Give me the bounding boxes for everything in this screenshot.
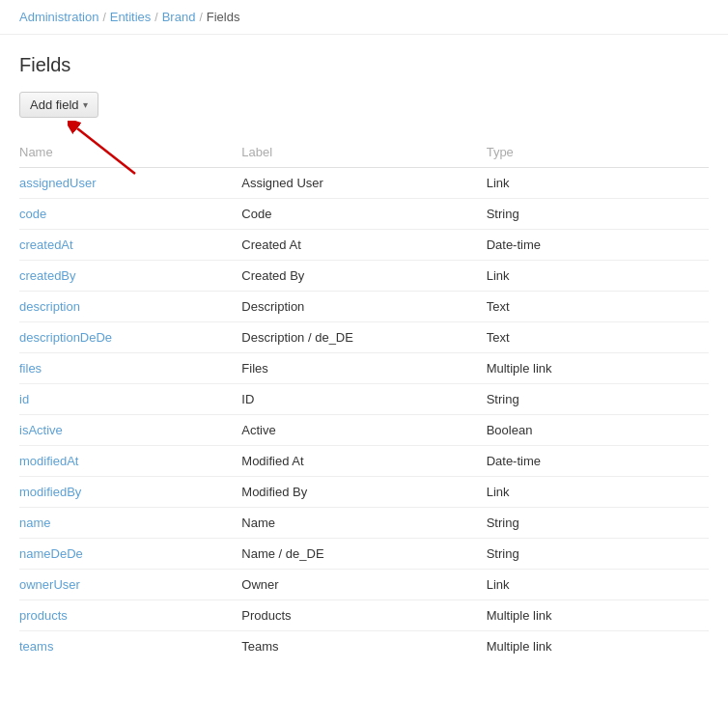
add-field-label: Add field (30, 98, 79, 112)
table-row: assignedUserAssigned UserLink (19, 168, 709, 199)
table-row: nameNameString (19, 508, 709, 539)
field-name-link[interactable]: descriptionDeDe (19, 330, 112, 345)
field-name-link[interactable]: createdAt (19, 237, 73, 252)
field-type: String (487, 508, 709, 539)
fields-table: Name Label Type assignedUserAssigned Use… (19, 137, 709, 661)
field-label: Owner (241, 570, 486, 600)
table-header-row: Name Label Type (19, 137, 709, 168)
column-type: Type (487, 137, 709, 168)
breadcrumb-sep-3: / (199, 11, 202, 24)
field-name-link[interactable]: id (19, 392, 29, 406)
field-name-link[interactable]: isActive (19, 423, 63, 437)
add-field-button[interactable]: Add field ▾ (19, 92, 98, 118)
field-label: Products (241, 600, 486, 631)
field-type: Text (487, 322, 709, 353)
field-name-link[interactable]: name (19, 516, 51, 530)
column-label: Label (241, 137, 486, 168)
table-row: teamsTeamsMultiple link (19, 631, 709, 662)
field-label: Files (241, 353, 486, 384)
field-label: Assigned User (241, 168, 486, 199)
field-type: Link (487, 570, 709, 600)
field-label: Created At (241, 230, 486, 261)
table-row: ownerUserOwnerLink (19, 570, 709, 600)
field-label: Modified By (241, 477, 486, 508)
table-row: nameDeDeName / de_DEString (19, 539, 709, 570)
table-row: idIDString (19, 384, 709, 415)
field-label: Code (241, 199, 486, 230)
field-name-link[interactable]: createdBy (19, 268, 76, 283)
field-type: Multiple link (487, 600, 709, 631)
breadcrumb-brand[interactable]: Brand (162, 10, 196, 24)
field-type: Multiple link (487, 631, 709, 662)
field-name-link[interactable]: ownerUser (19, 577, 80, 592)
field-label: Modified At (241, 446, 486, 477)
field-type: String (487, 199, 709, 230)
field-type: Link (487, 261, 709, 292)
field-label: Description (241, 292, 486, 322)
table-row: isActiveActiveBoolean (19, 415, 709, 446)
field-name-link[interactable]: modifiedAt (19, 454, 78, 468)
field-name-link[interactable]: nameDeDe (19, 546, 83, 561)
field-type: Date-time (487, 446, 709, 477)
field-type: String (487, 384, 709, 415)
breadcrumb: Administration / Entities / Brand / Fiel… (0, 0, 728, 35)
table-row: createdByCreated ByLink (19, 261, 709, 292)
breadcrumb-sep-1: / (102, 11, 105, 24)
field-label: Active (241, 415, 486, 446)
table-row: productsProductsMultiple link (19, 600, 709, 631)
field-label: Description / de_DE (241, 322, 486, 353)
field-name-link[interactable]: description (19, 299, 80, 314)
table-row: codeCodeString (19, 199, 709, 230)
breadcrumb-administration[interactable]: Administration (19, 10, 98, 24)
table-row: createdAtCreated AtDate-time (19, 230, 709, 261)
field-label: Name / de_DE (241, 539, 486, 570)
add-field-caret-icon: ▾ (83, 99, 88, 110)
table-row: filesFilesMultiple link (19, 353, 709, 384)
table-row: descriptionDeDeDescription / de_DEText (19, 322, 709, 353)
column-name: Name (19, 137, 241, 168)
field-label: Created By (241, 261, 486, 292)
breadcrumb-sep-2: / (154, 11, 157, 24)
field-label: Name (241, 508, 486, 539)
page-title: Fields (19, 54, 709, 76)
field-name-link[interactable]: code (19, 207, 46, 221)
field-name-link[interactable]: files (19, 361, 42, 376)
table-row: descriptionDescriptionText (19, 292, 709, 322)
field-name-link[interactable]: modifiedBy (19, 485, 81, 499)
field-type: Link (487, 168, 709, 199)
field-type: Link (487, 477, 709, 508)
breadcrumb-fields: Fields (207, 10, 240, 24)
field-name-link[interactable]: assignedUser (19, 176, 97, 190)
field-type: Multiple link (487, 353, 709, 384)
table-row: modifiedByModified ByLink (19, 477, 709, 508)
field-type: Date-time (487, 230, 709, 261)
table-row: modifiedAtModified AtDate-time (19, 446, 709, 477)
field-type: Boolean (487, 415, 709, 446)
field-name-link[interactable]: teams (19, 639, 53, 654)
field-label: ID (241, 384, 486, 415)
field-type: Text (487, 292, 709, 322)
breadcrumb-entities[interactable]: Entities (110, 10, 152, 24)
field-name-link[interactable]: products (19, 608, 68, 623)
field-label: Teams (241, 631, 486, 662)
field-type: String (487, 539, 709, 570)
